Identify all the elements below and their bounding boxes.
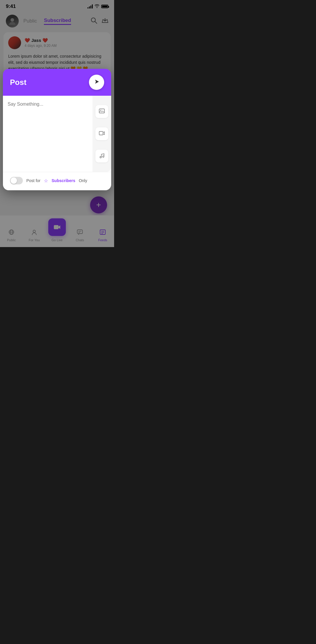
send-icon <box>93 78 100 86</box>
music-upload-button[interactable] <box>95 150 108 162</box>
star-icon: ☆ <box>44 178 48 184</box>
svg-rect-6 <box>99 131 103 135</box>
svg-rect-4 <box>99 109 104 113</box>
modal-title: Post <box>10 78 26 87</box>
music-icon <box>99 152 105 160</box>
video-icon <box>99 130 105 138</box>
modal-body <box>3 96 111 172</box>
send-button[interactable] <box>89 75 104 90</box>
modal-header: Post <box>3 69 111 96</box>
post-textarea[interactable] <box>8 102 88 154</box>
textarea-area <box>3 96 92 172</box>
subscribers-label[interactable]: Subscribers <box>51 178 75 183</box>
modal-footer: Post for ☆ Subscribers Only <box>3 172 111 190</box>
toggle-knob <box>11 177 17 184</box>
svg-point-5 <box>100 110 101 111</box>
post-for-label: Post for <box>26 178 40 183</box>
app-background: 9:41 <box>0 0 114 247</box>
only-label: Only <box>79 178 87 183</box>
media-buttons-panel <box>92 96 111 172</box>
post-modal: Post <box>3 69 111 190</box>
image-icon <box>99 108 105 116</box>
video-upload-button[interactable] <box>95 127 108 140</box>
svg-marker-3 <box>95 80 99 84</box>
image-upload-button[interactable] <box>95 105 108 118</box>
subscribers-toggle[interactable] <box>10 177 23 184</box>
